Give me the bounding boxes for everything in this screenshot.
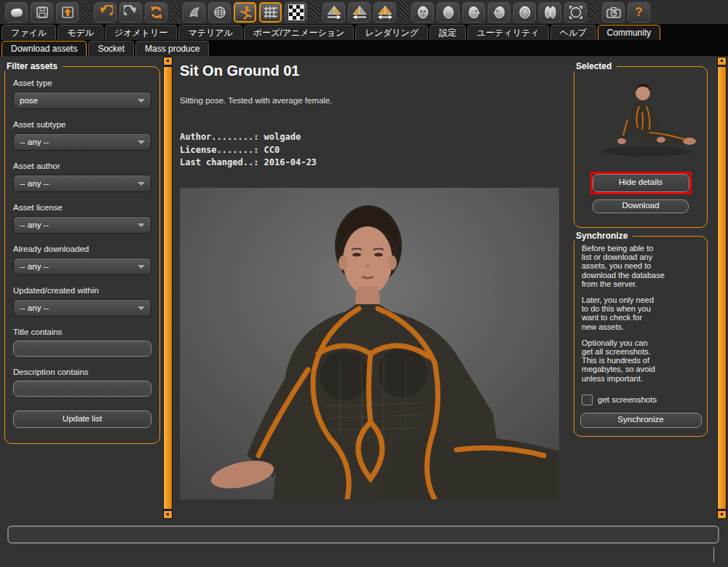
filter-field-already-downloaded: Already downloaded -- any -- (13, 245, 151, 275)
tab-settings[interactable]: 設定 (430, 25, 466, 40)
description-contains-input[interactable] (13, 381, 151, 397)
menu-tab-bar: ファイル モデル ジオメトリー マテリアル ポーズ/アニメーション レンダリング… (0, 24, 728, 40)
chevron-down-icon (138, 223, 145, 227)
symmetry-left-button[interactable] (348, 2, 371, 23)
already-downloaded-label: Already downloaded (13, 245, 151, 253)
filter-field-title-contains: Title contains (13, 328, 151, 357)
tab-model[interactable]: モデル (58, 25, 103, 40)
toolbar-separator (310, 1, 320, 23)
download-button[interactable]: Download (593, 199, 689, 213)
tab-rendering[interactable]: レンダリング (355, 25, 428, 40)
grid-button[interactable] (259, 2, 282, 23)
redo-icon (124, 5, 138, 20)
filter-assets-group: Filter assets Asset type pose Asset subt… (4, 61, 160, 444)
smooth-button[interactable] (183, 2, 205, 23)
chevron-down-icon (138, 182, 145, 186)
smooth-icon (187, 5, 202, 20)
synchronize-text-3: Optionally you can get all screenshots. … (582, 338, 701, 383)
synchronize-group: Synchronize Before being able to list or… (574, 231, 708, 437)
tab-material[interactable]: マテリアル (178, 25, 242, 40)
tab-geometry[interactable]: ジオメトリー (105, 25, 177, 40)
symmetry-both-button[interactable] (373, 2, 396, 23)
save-button[interactable] (31, 2, 53, 23)
pose-button[interactable] (234, 2, 256, 23)
reload-button[interactable] (145, 2, 167, 23)
toolbar: ? (0, 0, 728, 24)
synchronize-button[interactable]: Synchronize (580, 413, 702, 428)
hide-details-highlight: Hide details (590, 172, 692, 194)
makehuman-window: ? ファイル モデル ジオメトリー マテリアル ポーズ/アニメーション レンダリ… (0, 0, 728, 567)
title-contains-label: Title contains (13, 328, 151, 336)
left-scrollbar-bottom-button[interactable] (163, 510, 173, 519)
selected-title: Selected (574, 61, 617, 71)
toolbar-separator (82, 1, 91, 23)
tab-download-assets[interactable]: Download assets (1, 41, 87, 56)
filter-field-updated-within: Updated/created within -- any -- (13, 286, 151, 317)
synchronize-title: Synchronize (574, 231, 633, 241)
toolbar-separator (590, 1, 599, 23)
asset-description: Sitting pose. Tested with average female… (180, 96, 332, 105)
tab-file[interactable]: ファイル (1, 25, 56, 40)
tab-community[interactable]: Community (598, 25, 661, 40)
progress-bar (7, 526, 719, 544)
right-scrollbar-top-button[interactable] (717, 57, 727, 66)
get-screenshots-row: get screenshots (582, 394, 707, 405)
already-downloaded-value: -- any -- (20, 262, 49, 271)
updated-within-value: -- any -- (20, 304, 49, 312)
undo-button[interactable] (94, 2, 116, 23)
save-icon (35, 5, 50, 20)
right-scrollbar-thumb[interactable] (717, 66, 727, 509)
asset-author-label: Asset author (13, 162, 151, 170)
asset-license-label: Asset license (13, 203, 151, 212)
view-head-right-button[interactable] (462, 2, 485, 23)
asset-subtype-select[interactable]: -- any -- (13, 133, 151, 151)
view-head-left-button[interactable] (488, 2, 510, 23)
update-list-button[interactable]: Update list (13, 411, 151, 428)
view-head-split-button[interactable] (539, 2, 561, 23)
symmetry-right-button[interactable] (323, 2, 345, 23)
asset-type-label: Asset type (13, 79, 151, 87)
synchronize-text-2: Later, you only need to do this when you… (582, 296, 701, 331)
filter-field-asset-type: Asset type pose (13, 79, 151, 109)
description-contains-label: Description contains (13, 368, 151, 376)
asset-details: Author........: wolgade License.......: … (180, 131, 317, 170)
wireframe-button[interactable] (208, 2, 231, 23)
view-head-back-button[interactable] (437, 2, 459, 23)
asset-license-select[interactable]: -- any -- (13, 216, 151, 234)
get-screenshots-label: get screenshots (598, 395, 657, 404)
sub-tab-bar: Download assets Socket Mass produce (0, 40, 728, 56)
asset-type-value: pose (20, 96, 38, 105)
right-scrollbar-bottom-button[interactable] (717, 510, 727, 519)
symmetry-both-icon (377, 5, 393, 20)
wireframe-icon (213, 5, 227, 20)
background-button[interactable] (285, 2, 307, 23)
view-frame-button[interactable] (564, 2, 587, 23)
view-head-left-icon (492, 5, 507, 20)
tab-pose-animation[interactable]: ポーズ/アニメーション (244, 25, 355, 40)
tab-help[interactable]: ヘルプ (550, 25, 596, 40)
left-scrollbar-thumb[interactable] (163, 66, 173, 509)
asset-author-value: -- any -- (20, 179, 49, 188)
tab-utilities[interactable]: ユーティリティ (467, 25, 549, 40)
updated-within-select[interactable]: -- any -- (13, 299, 151, 317)
redo-button[interactable] (119, 2, 142, 23)
screenshot-button[interactable] (602, 2, 625, 23)
tab-mass-produce[interactable]: Mass produce (135, 41, 209, 56)
left-scrollbar-top-button[interactable] (163, 57, 173, 66)
new-document-button[interactable] (5, 2, 28, 23)
view-face-front-button[interactable] (411, 2, 434, 23)
view-head-top-icon (518, 5, 532, 20)
asset-author-select[interactable]: -- any -- (13, 175, 151, 192)
already-downloaded-select[interactable]: -- any -- (13, 258, 151, 275)
filter-assets-title: Filter assets (5, 61, 63, 71)
view-face-front-icon (416, 5, 430, 20)
asset-type-select[interactable]: pose (13, 92, 151, 109)
view-head-right-icon (467, 5, 481, 20)
tab-socket[interactable]: Socket (88, 41, 134, 56)
load-button[interactable] (56, 2, 79, 23)
view-head-top-button[interactable] (513, 2, 536, 23)
title-contains-input[interactable] (13, 341, 151, 357)
get-screenshots-checkbox[interactable] (582, 394, 593, 405)
help-button[interactable]: ? (628, 2, 650, 23)
hide-details-button[interactable]: Hide details (593, 174, 689, 192)
